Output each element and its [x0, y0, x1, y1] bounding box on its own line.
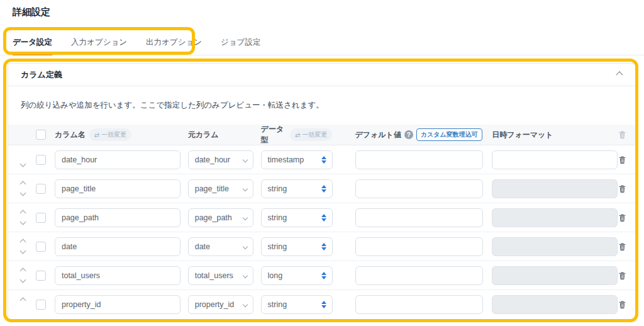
source-column-select[interactable]: date: [188, 237, 253, 256]
row-checkbox[interactable]: [36, 300, 46, 310]
source-column-header: 元カラム: [188, 130, 219, 139]
table-row: page_pathstring: [8, 203, 636, 232]
trash-icon[interactable]: [618, 130, 627, 140]
table-body: date_hourtimestamppage_titlestringpage_p…: [8, 145, 636, 319]
tab-output-options[interactable]: 出力オプション: [146, 29, 202, 55]
datetime-format-input: [492, 208, 618, 227]
tab-data-settings[interactable]: データ設定: [13, 29, 52, 55]
move-down-icon[interactable]: [20, 190, 26, 196]
trash-icon-button[interactable]: [618, 184, 627, 194]
stepper-arrows-icon: [321, 301, 326, 308]
custom-variable-badge: カスタム変数埋込可: [416, 128, 482, 141]
row-checkbox[interactable]: [36, 184, 46, 194]
default-value-header: デフォルト値: [355, 130, 401, 140]
trash-icon-button[interactable]: [618, 242, 627, 252]
collapse-chevron-up-icon[interactable]: [616, 71, 623, 78]
table-row: date_hourtimestamp: [8, 145, 636, 174]
column-definition-panel: カラム定義 列の絞り込みや追加を行います。ここで指定した列のみプレビュー・転送さ…: [8, 63, 636, 322]
column-name-input[interactable]: [55, 179, 180, 198]
help-icon[interactable]: ?: [404, 130, 413, 139]
chevron-down-icon: [242, 273, 247, 278]
stepper-arrows-icon: [321, 156, 326, 164]
trash-icon-button[interactable]: [618, 271, 627, 281]
move-down-icon[interactable]: [20, 277, 26, 283]
row-checkbox[interactable]: [36, 271, 46, 281]
data-type-select[interactable]: string: [261, 208, 333, 227]
move-up-icon[interactable]: [20, 297, 26, 303]
move-up-icon[interactable]: [20, 210, 26, 216]
datetime-format-input: [492, 179, 618, 198]
row-checkbox[interactable]: [36, 155, 46, 165]
chevron-down-icon: [242, 215, 247, 220]
table-row: property_idstring: [8, 290, 636, 319]
table-row: total_userslong: [8, 261, 636, 290]
default-value-input[interactable]: [355, 179, 484, 198]
trash-icon-button[interactable]: [618, 213, 627, 223]
source-column-select[interactable]: date_hour: [188, 150, 253, 169]
default-value-input[interactable]: [355, 266, 484, 285]
column-name-input[interactable]: [55, 295, 180, 314]
source-column-select[interactable]: property_id: [188, 295, 253, 314]
stepper-arrows-icon: [321, 272, 326, 279]
move-up-icon[interactable]: [20, 239, 26, 245]
default-value-input[interactable]: [355, 295, 484, 314]
swap-icon: ⇄: [295, 132, 300, 138]
source-column-select[interactable]: page_title: [188, 179, 253, 198]
row-checkbox[interactable]: [36, 213, 46, 223]
column-name-input[interactable]: [55, 150, 180, 169]
stepper-arrows-icon: [321, 185, 326, 193]
source-column-select[interactable]: page_path: [188, 208, 253, 227]
move-down-icon[interactable]: [20, 161, 26, 167]
table-header-row: カラム名 ⇄一括変更 元カラム データ型 ⇄一括変更 デフォルト値 ? カスタム…: [8, 125, 636, 145]
move-up-icon[interactable]: [20, 268, 26, 274]
move-up-icon[interactable]: [20, 181, 26, 188]
default-value-input[interactable]: [355, 237, 484, 256]
tab-job-settings[interactable]: ジョブ設定: [221, 29, 260, 55]
table-row: page_titlestring: [8, 174, 636, 203]
default-value-input[interactable]: [355, 208, 484, 227]
column-name-input[interactable]: [55, 208, 180, 227]
tab-bar: データ設定 入力オプション 出力オプション ジョブ設定: [0, 29, 644, 55]
datetime-format-input: [492, 295, 618, 314]
chevron-down-icon: [242, 302, 247, 307]
datetime-format-header: 日時フォーマット: [492, 130, 553, 139]
column-name-header: カラム名: [55, 130, 86, 140]
swap-icon: ⇄: [94, 132, 99, 138]
panel-header: カラム定義: [8, 64, 636, 86]
move-down-icon[interactable]: [20, 219, 26, 225]
data-type-select[interactable]: string: [261, 237, 333, 256]
select-all-checkbox[interactable]: [36, 130, 46, 140]
stepper-arrows-icon: [321, 214, 326, 222]
data-type-select[interactable]: long: [261, 266, 333, 285]
bulk-change-button[interactable]: ⇄一括変更: [89, 128, 131, 141]
trash-icon-button[interactable]: [618, 300, 627, 310]
data-type-select[interactable]: timestamp: [261, 150, 333, 169]
chevron-down-icon: [242, 244, 247, 249]
datetime-format-input: [492, 266, 618, 285]
trash-icon-button[interactable]: [618, 155, 627, 165]
stepper-arrows-icon: [321, 243, 326, 250]
datetime-format-input[interactable]: [492, 150, 618, 169]
page-title: 詳細設定: [13, 6, 50, 18]
data-type-select[interactable]: string: [261, 179, 333, 198]
move-down-icon[interactable]: [20, 248, 26, 254]
chevron-down-icon: [242, 186, 247, 191]
bulk-change-type-button[interactable]: ⇄一括変更: [290, 128, 332, 141]
datetime-format-input: [492, 237, 618, 256]
data-type-select[interactable]: string: [261, 295, 333, 314]
table-row: datestring: [8, 232, 636, 261]
row-checkbox[interactable]: [36, 242, 46, 252]
source-column-select[interactable]: total_users: [188, 266, 253, 285]
column-name-input[interactable]: [55, 237, 180, 256]
chevron-down-icon: [242, 157, 247, 162]
tab-input-options[interactable]: 入力オプション: [71, 29, 127, 55]
column-name-input[interactable]: [55, 266, 180, 285]
panel-title: カラム定義: [21, 69, 62, 81]
data-type-header: データ型: [261, 124, 286, 145]
panel-description: 列の絞り込みや追加を行います。ここで指定した列のみプレビュー・転送されます。: [8, 86, 636, 125]
default-value-input[interactable]: [355, 150, 484, 169]
